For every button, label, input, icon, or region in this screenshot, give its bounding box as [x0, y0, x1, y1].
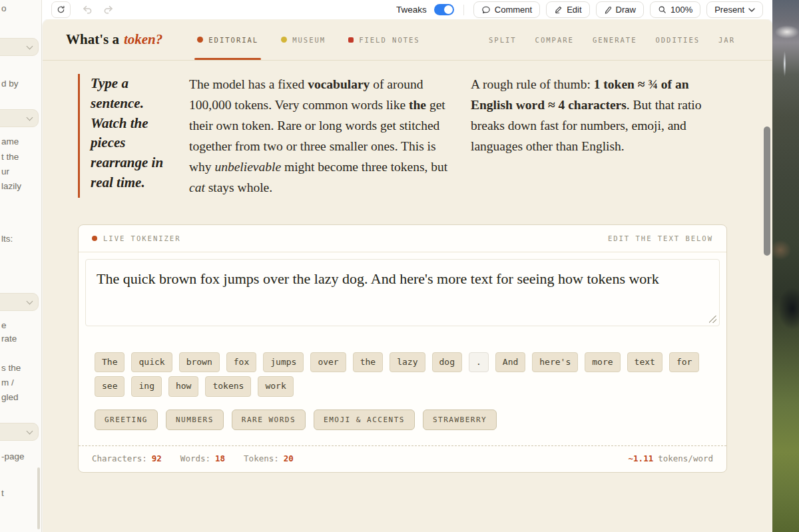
preset-button[interactable]: RARE WORDS — [232, 409, 306, 430]
chevron-down-icon — [27, 115, 33, 121]
card-header: LIVE TOKENIZER EDIT THE TEXT BELOW — [79, 225, 726, 252]
sidebar-text-fragment: e — [1, 320, 7, 330]
nav-link[interactable]: SPLIT — [489, 36, 517, 44]
sidebar-text-fragment: -page — [1, 451, 25, 461]
tab-dot-icon — [197, 37, 203, 43]
words-stat: Words:18 — [180, 453, 225, 463]
token-chip: The — [95, 352, 125, 372]
live-tokenizer-card: LIVE TOKENIZER EDIT THE TEXT BELOW The q… — [78, 224, 727, 473]
undo-icon[interactable] — [83, 5, 93, 15]
sidebar-text-fragment: ame — [1, 136, 19, 146]
token-chip: more — [585, 352, 620, 372]
toolbar-divider — [463, 5, 464, 15]
sidebar-text-fragment: ur — [1, 166, 9, 176]
nav-link[interactable]: ODDITIES — [655, 36, 700, 44]
status-dot-icon — [92, 236, 97, 241]
token-chip: . — [469, 352, 489, 372]
token-chip: lazy — [390, 352, 425, 372]
intro-section: Type a sentence. Watch the pieces rearra… — [43, 61, 772, 198]
sidebar-text-fragment: s the — [1, 363, 21, 373]
stats-bar: Characters:92 Words:18 Tokens:20 ~1.11to… — [79, 445, 726, 472]
sidebar-text-fragment: lts: — [1, 234, 13, 244]
tokens-stat: Tokens:20 — [244, 453, 294, 463]
token-chip-list: Thequickbrownfoxjumpsoverthelazydog.Andh… — [79, 333, 726, 397]
sidebar-collapsed-section[interactable] — [0, 293, 39, 311]
sidebar-text-fragment: o — [1, 3, 7, 13]
token-chip: text — [627, 352, 663, 372]
nav-link[interactable]: GENERATE — [593, 36, 637, 44]
chevron-down-icon — [748, 8, 755, 12]
edit-pen-icon — [554, 5, 563, 14]
draw-button[interactable]: Draw — [596, 1, 644, 18]
token-chip: how — [168, 376, 198, 396]
card-hint: EDIT THE TEXT BELOW — [608, 234, 713, 242]
tweaks-toggle[interactable] — [434, 4, 454, 15]
background-photo — [772, 0, 799, 532]
ratio-stat: ~1.11tokens/word — [629, 453, 713, 463]
page-title: What's atoken? — [66, 19, 162, 60]
page-header: What's atoken? EDITORIAL MUSEUM FIELD NO… — [43, 19, 772, 61]
token-chip: fox — [226, 352, 256, 372]
token-chip: the — [353, 352, 383, 372]
tab-dot-icon — [348, 37, 354, 43]
sidebar-text-fragment: d by — [1, 79, 19, 89]
present-button[interactable]: Present — [706, 1, 763, 18]
nav-link[interactable]: COMPARE — [535, 36, 574, 44]
sidebar-text-fragment: t — [1, 488, 4, 498]
input-wrapper: The quick brown fox jumps over the lazy … — [85, 259, 720, 326]
preset-button[interactable]: EMOJI & ACCENTS — [314, 409, 415, 430]
pull-quote: Type a sentence. Watch the pieces rearra… — [78, 74, 164, 198]
intro-paragraph-2: A rough rule of thumb: 1 token ≈ ¾ of an… — [471, 74, 728, 198]
token-chip: brown — [179, 352, 220, 372]
sidebar-text-fragment: m / — [1, 378, 14, 388]
edit-button[interactable]: Edit — [546, 1, 589, 18]
preset-button[interactable]: STRAWBERRY — [423, 409, 497, 430]
sidebar-collapsed-section[interactable] — [0, 109, 39, 127]
nav-tab[interactable]: FIELD NOTES — [348, 19, 420, 60]
comment-button[interactable]: Comment — [473, 1, 540, 18]
token-chip: over — [310, 352, 346, 372]
sidebar-text-fragment: gled — [1, 392, 19, 402]
sidebar-scrollbar[interactable] — [37, 467, 40, 529]
token-chip: tokens — [205, 376, 251, 396]
card-label: LIVE TOKENIZER — [92, 234, 181, 242]
tokenizer-input[interactable]: The quick brown fox jumps over the lazy … — [85, 259, 720, 326]
secondary-nav: SPLITCOMPAREGENERATEODDITIESJAR — [489, 19, 735, 60]
token-chip: here's — [532, 352, 578, 372]
tweaks-label: Tweaks — [396, 5, 427, 15]
chevron-down-icon — [27, 43, 33, 50]
tab-dot-icon — [281, 37, 287, 43]
panel-scrollbar[interactable] — [764, 127, 770, 256]
comment-icon — [481, 5, 491, 15]
preset-button-row: GREETINGNUMBERSRARE WORDSEMOJI & ACCENTS… — [79, 397, 726, 430]
primary-tabs: EDITORIAL MUSEUM FIELD NOTES — [197, 19, 419, 60]
nav-tab[interactable]: EDITORIAL — [197, 19, 258, 60]
token-chip: dog — [432, 352, 462, 372]
refresh-icon — [57, 5, 65, 14]
chat-sidebar: od byamet theurlazilylts:erates them /gl… — [0, 0, 42, 532]
zoom-button[interactable]: 100% — [650, 1, 700, 18]
sidebar-collapsed-section[interactable] — [0, 423, 39, 441]
redo-icon[interactable] — [103, 5, 113, 15]
app-toolbar: Tweaks Comment Edit Draw — [42, 0, 772, 19]
characters-stat: Characters:92 — [92, 453, 162, 463]
sidebar-text-fragment: rate — [1, 334, 17, 344]
sidebar-text-fragment: t the — [1, 152, 19, 162]
token-chip: work — [258, 376, 293, 396]
preset-button[interactable]: NUMBERS — [166, 409, 224, 430]
sidebar-collapsed-section[interactable] — [0, 38, 39, 56]
refresh-button[interactable] — [51, 1, 71, 18]
preset-button[interactable]: GREETING — [95, 409, 158, 430]
artifact-panel: What's atoken? EDITORIAL MUSEUM FIELD NO… — [43, 19, 772, 532]
token-chip: for — [669, 352, 699, 372]
token-chip: jumps — [263, 352, 304, 372]
sidebar-text-fragment: lazily — [1, 181, 21, 191]
magnifier-icon — [658, 5, 666, 14]
intro-paragraph-1: The model has a fixed vocabulary of arou… — [189, 74, 449, 198]
nav-link[interactable]: JAR — [718, 36, 735, 44]
resize-handle-icon[interactable] — [709, 316, 716, 323]
nav-tab[interactable]: MUSEUM — [281, 19, 326, 60]
token-chip: quick — [131, 352, 172, 372]
token-chip: And — [495, 352, 525, 372]
chevron-down-icon — [27, 428, 33, 435]
